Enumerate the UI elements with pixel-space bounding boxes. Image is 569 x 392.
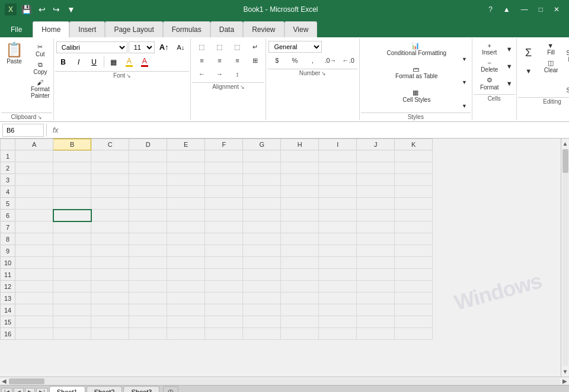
align-left-btn[interactable]: ≡ [193,54,210,66]
wrap-text-btn[interactable]: ↵ [247,41,263,53]
cell-c7[interactable] [91,221,129,233]
cell-c10[interactable] [91,257,129,269]
font-size-select[interactable]: 11 [129,41,155,53]
col-header-k[interactable]: K [395,139,433,150]
indent-increase-btn[interactable]: → [211,68,228,80]
cell-a12[interactable] [15,281,53,293]
cell-a4[interactable] [15,186,53,198]
cell-e13[interactable] [167,293,205,304]
close-btn[interactable]: ✕ [549,3,564,16]
cell-h4[interactable] [281,186,319,198]
cell-f14[interactable] [205,304,243,316]
cell-b7[interactable] [53,221,91,233]
col-header-h[interactable]: H [281,139,319,150]
cell-j2[interactable] [357,162,395,174]
row-header-3[interactable]: 3 [1,174,15,186]
find-select-btn[interactable]: 🔍 Find & Select [563,65,569,95]
cell-e12[interactable] [167,281,205,293]
maximize-btn[interactable]: □ [534,3,548,16]
row-header-7[interactable]: 7 [1,221,15,233]
cell-i9[interactable] [319,245,357,257]
format-as-table-btn[interactable]: 🗃 Format as Table ▼ [362,65,469,86]
number-expand-icon[interactable]: ↘ [321,70,326,76]
cell-k11[interactable] [395,269,433,281]
cell-h13[interactable] [281,293,319,304]
ribbon-toggle-btn[interactable]: ▲ [498,3,515,16]
cell-f4[interactable] [205,186,243,198]
insert-btn[interactable]: + Insert [475,41,504,57]
cell-f13[interactable] [205,293,243,304]
cell-h10[interactable] [281,257,319,269]
cell-k3[interactable] [395,174,433,186]
cell-k12[interactable] [395,281,433,293]
sheet-tab-sheet2[interactable]: Sheet2 [87,386,123,392]
cell-g15[interactable] [243,316,281,328]
col-header-i[interactable]: I [319,139,357,150]
cell-d5[interactable] [129,198,167,210]
cell-a13[interactable] [15,293,53,304]
conditional-formatting-btn[interactable]: 📊 Conditional Formatting ▼ [362,41,469,63]
cell-j8[interactable] [357,233,395,245]
cell-e11[interactable] [167,269,205,281]
delete-btn[interactable]: − Delete [475,58,504,74]
cell-c4[interactable] [91,186,129,198]
cell-a3[interactable] [15,174,53,186]
indent-decrease-btn[interactable]: ← [193,68,210,80]
cell-a16[interactable] [15,328,53,340]
cell-e2[interactable] [167,162,205,174]
cell-g1[interactable] [243,150,281,162]
cell-f8[interactable] [205,233,243,245]
cell-f2[interactable] [205,162,243,174]
col-header-d[interactable]: D [129,139,167,150]
cell-e10[interactable] [167,257,205,269]
cell-a1[interactable] [15,150,53,162]
col-header-a[interactable]: A [15,139,53,150]
cell-d14[interactable] [129,304,167,316]
format-dropdown-btn[interactable]: ▼ [505,78,514,89]
comma-btn[interactable]: , [304,54,321,66]
scroll-up-arrow[interactable]: ▲ [561,139,569,149]
cell-j1[interactable] [357,150,395,162]
col-header-c[interactable]: C [91,139,129,150]
row-header-5[interactable]: 5 [1,198,15,210]
cell-j11[interactable] [357,269,395,281]
cell-c13[interactable] [91,293,129,304]
cell-k6[interactable] [395,210,433,221]
cell-i1[interactable] [319,150,357,162]
scroll-thumb[interactable] [562,149,568,173]
cell-k5[interactable] [395,198,433,210]
cell-b9[interactable] [53,245,91,257]
cell-a14[interactable] [15,304,53,316]
cell-d3[interactable] [129,174,167,186]
cell-d8[interactable] [129,233,167,245]
alignment-expand-icon[interactable]: ↘ [240,84,245,90]
cell-e16[interactable] [167,328,205,340]
align-center-btn[interactable]: ≡ [211,54,228,66]
cell-g11[interactable] [243,269,281,281]
col-header-b[interactable]: B [53,139,91,150]
cell-d13[interactable] [129,293,167,304]
cell-c8[interactable] [91,233,129,245]
fill-color-button[interactable]: A [122,55,136,69]
scroll-down-arrow[interactable]: ▼ [561,367,569,377]
font-name-select[interactable]: Calibri [56,41,127,53]
cell-j14[interactable] [357,304,395,316]
autosum-dropdown-btn[interactable]: ▼ [520,65,537,77]
corner-header[interactable] [1,139,15,150]
cell-g12[interactable] [243,281,281,293]
scroll-track[interactable] [562,149,568,366]
cell-b5[interactable] [53,198,91,210]
text-direction-btn[interactable]: ↕ [229,68,245,80]
cell-k4[interactable] [395,186,433,198]
cell-i14[interactable] [319,304,357,316]
cell-c11[interactable] [91,269,129,281]
col-header-j[interactable]: J [357,139,395,150]
help-btn[interactable]: ? [484,3,497,16]
cell-k13[interactable] [395,293,433,304]
cell-c5[interactable] [91,198,129,210]
cell-e7[interactable] [167,221,205,233]
tab-view[interactable]: View [284,21,318,37]
decrease-font-btn[interactable]: A↓ [174,42,188,53]
cell-d6[interactable] [129,210,167,221]
sheet-nav-next-btn[interactable]: ▶ [25,388,35,393]
